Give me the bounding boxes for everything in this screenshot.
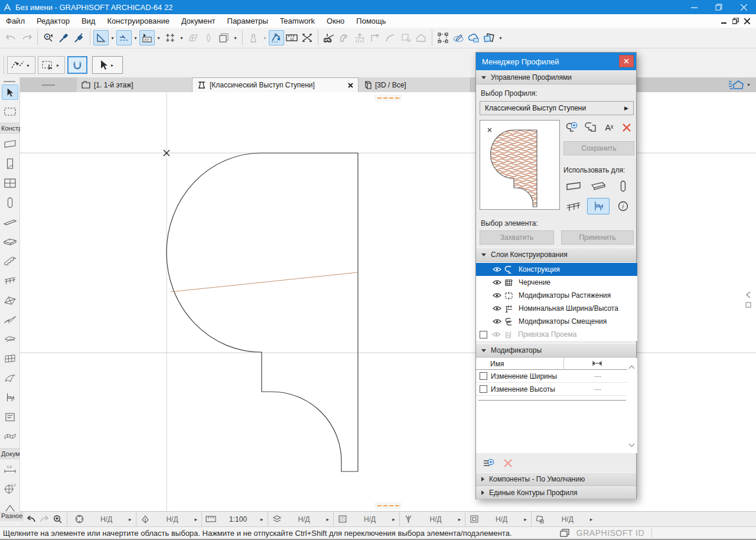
layer-row-construction[interactable]: Конструкция [476, 263, 637, 276]
minimize-icon[interactable] [682, 0, 706, 14]
tab-profile-editor[interactable]: [Классический Выступ Ступени] [193, 77, 359, 92]
modify-path-dropdown-icon[interactable]: ▸ [25, 57, 32, 73]
menu-file[interactable]: Файл [0, 15, 31, 27]
menu-window[interactable]: Окно [321, 15, 350, 27]
trim-icon[interactable] [367, 30, 383, 45]
capture-button[interactable]: Захватить [480, 230, 554, 245]
tool-railing[interactable] [2, 273, 18, 288]
tab-3d[interactable]: [3D / Все] [359, 77, 471, 92]
layer-checkbox[interactable] [480, 331, 487, 339]
menu-view[interactable]: Вид [76, 15, 102, 27]
guide-lines-icon[interactable] [116, 30, 132, 45]
mdi-restore-icon[interactable] [731, 18, 739, 25]
tabbar-reveal-handle[interactable] [374, 95, 402, 102]
snap-grid-icon[interactable] [162, 30, 178, 45]
align-icon[interactable] [352, 30, 367, 45]
arrow-tool-button[interactable]: ▸ [92, 56, 123, 74]
duplicate-profile-button[interactable] [582, 120, 598, 135]
layer-row-stretch-modifiers[interactable]: Модификаторы Растяжения [476, 289, 637, 302]
new-profile-button[interactable] [563, 120, 579, 135]
dialog-close-button[interactable] [619, 55, 634, 67]
tool-beam[interactable] [2, 214, 18, 230]
adjust-icon[interactable] [337, 30, 352, 45]
intersect-icon[interactable] [299, 30, 315, 45]
section-construction-layers[interactable]: Слои Конструирования [476, 248, 636, 262]
dialog-titlebar[interactable]: Менеджер Профилей [476, 53, 636, 70]
tool-marquee[interactable] [2, 104, 18, 119]
use-for-wall-icon[interactable] [562, 178, 585, 194]
undo-icon[interactable] [4, 30, 19, 45]
modify-path-button[interactable]: ▸ [7, 56, 35, 74]
tool-skylight[interactable] [2, 331, 18, 347]
resize-icon[interactable] [398, 30, 413, 45]
tool-slab[interactable] [2, 234, 18, 249]
eye-icon[interactable] [493, 318, 504, 324]
layer-row-offset-modifiers[interactable]: Модификаторы Смещения [476, 315, 637, 328]
tab-close-icon[interactable] [348, 83, 353, 88]
use-for-info-icon[interactable]: i [612, 198, 634, 214]
skewed-grid-icon[interactable] [185, 30, 201, 45]
tool-morph[interactable] [2, 370, 18, 386]
canvas-side-handle[interactable] [744, 289, 752, 310]
quickbar-reveal-handle[interactable] [374, 502, 402, 509]
delete-modifier-button[interactable] [500, 456, 516, 471]
menu-options[interactable]: Параметры [221, 15, 274, 27]
magnet-toggle-button[interactable] [67, 56, 87, 74]
tabbar-grip[interactable] [20, 77, 77, 92]
toolbox-group-document[interactable]: Докум [0, 448, 20, 459]
tool-stair[interactable] [2, 253, 18, 269]
quick-layers[interactable]: Н/Д ▸ [268, 512, 334, 527]
zoom-in-icon[interactable] [51, 515, 64, 523]
section-modifiers[interactable]: Модификаторы [476, 343, 636, 357]
graphisoft-id-label[interactable]: GRAPHISOFT ID [576, 528, 644, 538]
quick-plumb[interactable]: Н/Д ▸ [400, 512, 466, 527]
zoom-back-icon[interactable] [25, 515, 38, 523]
menu-design[interactable]: Конструирование [101, 15, 175, 27]
coordinates-dropdown-icon[interactable]: ▾ [155, 30, 162, 45]
quick-pen-set[interactable]: Н/Д ▸ [136, 512, 203, 527]
roof-wizard-icon[interactable] [413, 30, 429, 45]
tool-arrow[interactable] [2, 84, 18, 100]
menu-document[interactable]: Документ [175, 15, 221, 27]
restore-icon[interactable] [706, 0, 731, 14]
windows-stack-icon[interactable] [560, 529, 569, 537]
tool-level-dimension[interactable]: 1.2 [2, 481, 18, 496]
add-modifier-button[interactable] [481, 456, 497, 471]
menu-teamwork[interactable]: Teamwork [274, 15, 321, 27]
tool-roof[interactable] [2, 292, 18, 308]
onion-skin-dropdown-icon[interactable]: ▾ [232, 30, 239, 45]
arrow-tool-dropdown-icon[interactable]: ▸ [109, 57, 116, 73]
drawing-canvas[interactable] [20, 92, 756, 511]
layer-row-nominal-size[interactable]: Номинальная Ширина/Высота [476, 302, 637, 315]
mdi-close-icon[interactable] [743, 18, 751, 25]
profile-select-dropdown[interactable]: Классический Выступ Ступени ▶ [480, 101, 634, 115]
rename-profile-button[interactable]: Aˣ [601, 120, 617, 135]
tool-dimension[interactable]: 1.2 [2, 461, 18, 477]
pick-up-parameters-icon[interactable] [56, 30, 71, 45]
close-icon[interactable] [731, 0, 756, 14]
use-for-object-icon[interactable] [587, 198, 610, 214]
mdi-minimize-icon[interactable] [719, 18, 728, 25]
set-square-icon[interactable] [93, 30, 109, 45]
gravity-dropdown-icon[interactable]: ▾ [261, 30, 269, 45]
measure-icon[interactable]: 12 [284, 30, 299, 45]
scroll-down-icon[interactable] [628, 443, 635, 447]
menu-help[interactable]: Помощь [350, 15, 392, 27]
modifier-row-width[interactable]: Изменение Ширины --- [476, 370, 627, 383]
use-for-column-icon[interactable] [612, 178, 634, 194]
find-select-icon[interactable] [41, 30, 56, 45]
tool-door[interactable] [2, 156, 18, 171]
set-square-dropdown-icon[interactable]: ▾ [109, 30, 116, 45]
quick-scale[interactable]: 1:100 ▸ [202, 512, 268, 527]
rotated-plane-icon[interactable] [201, 30, 216, 45]
section-components[interactable]: Компоненты - По Умолчанию [476, 472, 636, 486]
cloud-sync-icon[interactable] [466, 30, 481, 45]
modifier-checkbox[interactable] [480, 385, 487, 393]
modifier-checkbox[interactable] [480, 372, 487, 380]
eye-icon[interactable] [493, 266, 504, 272]
coordinates-icon[interactable]: XY: [139, 30, 155, 45]
scroll-up-icon[interactable] [628, 365, 635, 369]
renovation-filter-icon[interactable] [481, 30, 497, 45]
fillet-icon[interactable] [383, 30, 398, 45]
zoom-forward-icon[interactable] [38, 515, 51, 523]
